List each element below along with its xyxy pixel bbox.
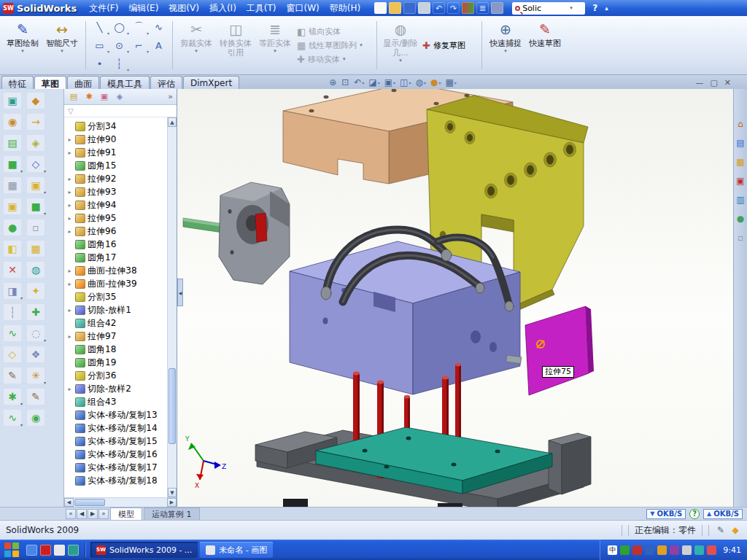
scroll-right-icon[interactable]: ▶ — [167, 498, 177, 507]
scenes-icon[interactable]: ● — [735, 213, 746, 225]
menu-window[interactable]: 窗口(W) — [282, 1, 325, 16]
search-input[interactable] — [522, 4, 568, 13]
minimize-button[interactable]: — — [695, 78, 703, 88]
magenta-block[interactable] — [525, 306, 594, 395]
left-tool-icon[interactable]: ❖ — [27, 346, 44, 362]
left-tool-icon[interactable]: ✳ ▾ — [27, 368, 44, 384]
start-button[interactable] — [3, 541, 20, 559]
move-entities-button[interactable]: ✚ 移动实体 ▾ — [297, 54, 373, 65]
dimxpert-tab-icon[interactable]: ◈ — [114, 91, 125, 102]
feature-tree-item[interactable]: ▸ 曲面-拉伸38 — [64, 264, 167, 277]
view-orientation-icon[interactable]: ▣ ▾ — [383, 77, 397, 88]
expand-arrow-icon[interactable]: ▸ — [66, 386, 73, 392]
download-speed-box[interactable]: ▼ OKB/S — [646, 509, 686, 519]
custom-properties-icon[interactable]: ▫ — [735, 232, 746, 244]
feature-tree-item[interactable]: 分割34 — [64, 120, 167, 133]
quicklaunch-icon-4[interactable] — [68, 545, 79, 556]
feature-tree-item[interactable]: ▸ 拉伸90 — [64, 133, 167, 146]
tab-model[interactable]: 模型 — [110, 508, 142, 521]
hide-show-icon[interactable]: ◍ ▾ — [414, 77, 427, 88]
left-tool-icon[interactable]: → — [27, 114, 44, 130]
feature-tree-item[interactable]: ▸ 切除-放样2 — [64, 382, 167, 395]
tab-evaluate[interactable]: 评估 — [150, 76, 182, 89]
feature-tree-item[interactable]: 组合43 — [64, 395, 167, 408]
feature-tree-item[interactable]: 组合42 — [64, 316, 167, 330]
spline-tool[interactable]: ∿ — [149, 18, 169, 36]
tree-horizontal-scrollbar[interactable]: ◀ ▶ — [64, 497, 177, 507]
feature-tree-item[interactable]: ▸ 拉伸92 — [64, 172, 167, 185]
previous-view-icon[interactable]: ↶ ▾ — [352, 77, 365, 88]
left-tool-icon[interactable]: ∿ — [4, 325, 21, 341]
help-bubble-icon[interactable]: ? — [689, 509, 700, 519]
expand-arrow-icon[interactable]: ▸ — [66, 268, 73, 274]
tab-nav-icon[interactable]: » — [98, 509, 109, 519]
menu-view[interactable]: 视图(V) — [163, 1, 204, 16]
feature-tree-item[interactable]: 分割36 — [64, 369, 167, 382]
show-desktop-icon[interactable] — [26, 545, 37, 556]
offset-entities-button[interactable]: ≣ 等距实体 ▾ — [255, 18, 295, 72]
sketch-fillet-tool[interactable]: ⌐ ▾ — [129, 36, 149, 55]
menu-help[interactable]: 帮助(H) — [325, 1, 365, 16]
panel-chevron-icon[interactable]: » — [168, 92, 173, 101]
featuremanager-tab-icon[interactable]: ▤ — [68, 91, 80, 102]
configurationmanager-tab-icon[interactable]: ▣ — [98, 91, 110, 102]
left-tool-icon[interactable]: ◨ ▾ — [4, 283, 21, 299]
feature-tree-item[interactable]: 圆角18 — [64, 343, 167, 356]
feature-tree-item[interactable]: ▸ 拉伸91 — [64, 146, 167, 159]
line-tool[interactable]: ╲ ▾ — [90, 18, 109, 36]
display-style-icon[interactable]: ◫ ▾ — [398, 77, 412, 88]
text-tool[interactable]: A — [149, 36, 169, 55]
redo-icon[interactable]: ↷ — [447, 2, 460, 14]
feature-tree-item[interactable]: 实体-移动/复制14 — [64, 421, 167, 435]
feature-tree-item[interactable]: 实体-移动/复制17 — [64, 461, 167, 474]
left-tool-icon[interactable]: ◈ — [27, 135, 44, 151]
tab-dimxpert[interactable]: DimXpert — [183, 76, 239, 89]
print-icon[interactable] — [418, 2, 430, 14]
solidworks-resources-icon[interactable]: ⌂ — [735, 118, 746, 130]
feature-tree-item[interactable]: 圆角15 — [64, 159, 167, 172]
expand-arrow-icon[interactable]: ▸ — [66, 307, 73, 314]
appearance-icon[interactable] — [491, 2, 503, 14]
search-box[interactable]: ▾ — [512, 2, 585, 15]
left-tool-icon[interactable]: ■ ▾ — [4, 156, 21, 172]
feature-tree-item[interactable]: 圆角16 — [64, 238, 167, 251]
left-tool-icon[interactable]: ▣ — [4, 93, 21, 109]
expand-arrow-icon[interactable]: ▸ — [66, 149, 73, 156]
display-delete-relations-button[interactable]: ◍ 显示/删除几... ▾ — [381, 18, 420, 72]
language-indicator[interactable]: 中 — [608, 545, 617, 555]
expand-arrow-icon[interactable]: ▸ — [66, 202, 73, 209]
ellipse-tool[interactable]: ⊙ ▾ — [109, 36, 129, 55]
left-tool-icon[interactable]: ◉ — [27, 410, 44, 426]
left-tool-icon[interactable]: ■ ▾ — [27, 198, 44, 214]
menu-tools[interactable]: 工具(T) — [241, 1, 282, 16]
save-icon[interactable] — [403, 2, 416, 14]
feature-tree-item[interactable]: ▸ 拉伸96 — [64, 225, 167, 238]
feature-tree-item[interactable]: ▸ 拉伸94 — [64, 198, 167, 211]
zoom-area-icon[interactable]: ⊡ — [340, 77, 351, 88]
left-tool-icon[interactable]: ◧ — [4, 241, 21, 257]
menu-file[interactable]: 文件(F) — [84, 1, 123, 16]
feature-tree-item[interactable]: ▸ 切除-放样1 — [64, 303, 167, 316]
collapse-toolbar-icon[interactable]: ▴ — [605, 4, 608, 12]
expand-arrow-icon[interactable]: ▸ — [66, 189, 73, 195]
menu-insert[interactable]: 插入(I) — [204, 1, 241, 16]
tab-nav-icon[interactable]: « — [66, 509, 76, 519]
open-icon[interactable] — [389, 2, 401, 14]
left-tool-icon[interactable]: ✱ ▾ — [4, 389, 21, 405]
left-tool-icon[interactable]: ∿ ▾ — [4, 410, 21, 426]
appearance-icon[interactable]: ● ▾ — [429, 77, 443, 88]
mirror-entities-button[interactable]: ◧ 镜向实体 — [297, 26, 373, 37]
tab-mold-tools[interactable]: 模具工具 — [100, 76, 150, 89]
convert-entities-button[interactable]: ◫ 转换实体引用 — [216, 18, 255, 72]
rectangle-tool[interactable]: ▭ ▾ — [90, 36, 109, 55]
feature-tree-item[interactable]: 分割35 — [64, 290, 167, 303]
trim-entities-button[interactable]: ✂ 剪裁实体 ▾ — [177, 18, 216, 72]
left-tool-icon[interactable]: ▦ — [4, 177, 21, 193]
scroll-down-icon[interactable]: ▼ — [168, 488, 177, 497]
close-button[interactable]: ✕ — [724, 78, 731, 88]
cavity-block[interactable] — [219, 182, 290, 284]
left-tool-icon[interactable]: ◍ — [27, 262, 44, 278]
left-tool-icon[interactable]: ┆ — [4, 304, 21, 320]
feature-tree-item[interactable]: 实体-移动/复制16 — [64, 448, 167, 461]
scrollbar-thumb[interactable] — [169, 368, 176, 444]
